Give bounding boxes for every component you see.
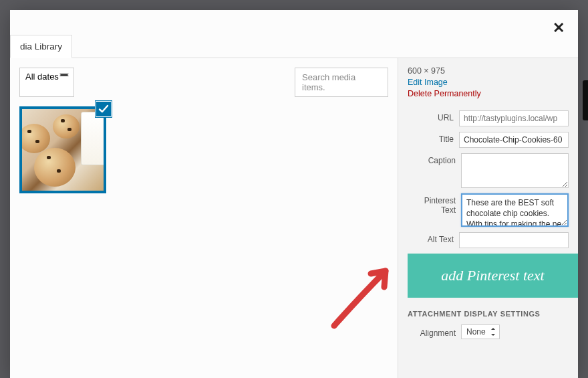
image-dimensions: 600 × 975: [408, 66, 569, 76]
thumbnail-image: [19, 106, 106, 193]
caption-field[interactable]: [461, 153, 569, 188]
tab-bar: dia Library: [10, 10, 578, 58]
tab-media-library[interactable]: dia Library: [10, 35, 72, 58]
media-grid-area: All dates Search media items.: [10, 58, 398, 378]
title-label: Title: [408, 132, 459, 144]
decorative-edge: [583, 80, 588, 120]
media-thumbnail-selected[interactable]: [19, 106, 106, 193]
title-field[interactable]: [459, 132, 569, 148]
alt-text-field[interactable]: [459, 232, 569, 248]
attachment-details-sidebar: 600 × 975 Edit Image Delete Permanently …: [398, 58, 578, 378]
media-toolbar: All dates Search media items.: [19, 68, 388, 97]
caption-label: Caption: [408, 153, 461, 165]
edit-image-link[interactable]: Edit Image: [408, 78, 569, 87]
annotation-callout: add Pinterest text: [408, 254, 578, 298]
media-modal: ✕ dia Library All dates Search media ite…: [10, 10, 578, 378]
modal-content: All dates Search media items.: [10, 58, 578, 378]
check-icon[interactable]: [96, 101, 112, 117]
alt-text-label: Alt Text: [408, 232, 459, 244]
url-label: URL: [408, 110, 459, 122]
alignment-select[interactable]: None: [461, 324, 500, 339]
date-filter-select[interactable]: All dates: [19, 68, 74, 97]
annotation-arrow: [324, 259, 398, 333]
alignment-label: Alignment: [408, 326, 461, 338]
url-field[interactable]: [459, 110, 569, 126]
pinterest-text-label: Pinterest Text: [408, 193, 461, 215]
delete-permanently-link[interactable]: Delete Permanently: [408, 89, 569, 98]
pinterest-text-field[interactable]: [461, 193, 569, 227]
attachment-display-header: ATTACHMENT DISPLAY SETTINGS: [408, 310, 569, 318]
search-input[interactable]: Search media items.: [295, 68, 388, 97]
